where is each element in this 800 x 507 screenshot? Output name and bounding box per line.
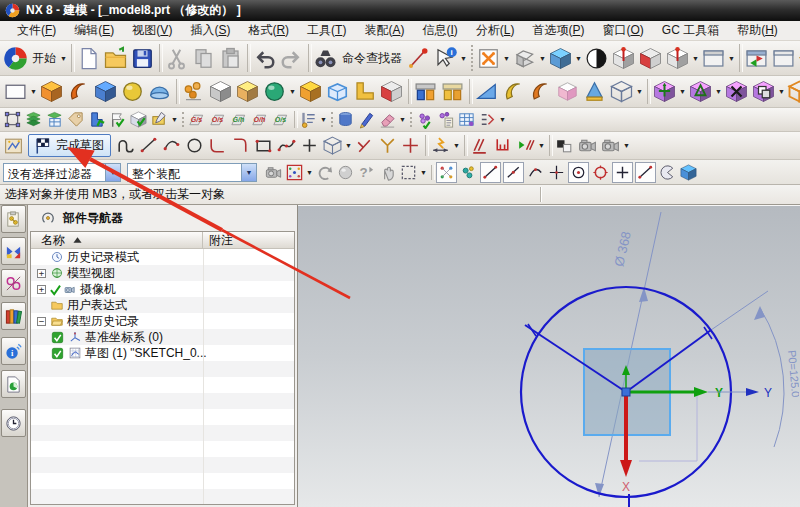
expression-clip-button[interactable] [436, 110, 455, 129]
dropdown-caret-icon[interactable]: ▼ [727, 55, 736, 62]
camera-1-button[interactable] [577, 135, 598, 156]
tree-item-label[interactable]: 历史记录模式 [67, 249, 139, 266]
sew-button[interactable] [379, 79, 404, 104]
snap-point-toggle[interactable] [436, 162, 457, 183]
clip-section-button[interactable] [665, 46, 690, 71]
sketch-task-icon[interactable] [3, 135, 24, 156]
chamfer-button[interactable] [528, 79, 553, 104]
menu-preferences[interactable]: 首选项(P) [523, 20, 593, 42]
shaded-view-button[interactable] [548, 46, 573, 71]
graphics-viewport[interactable]: Ø 368 P0=125.0 [298, 205, 800, 507]
make-corner-button[interactable] [400, 135, 421, 156]
datum-csys-button[interactable] [262, 79, 287, 104]
selection-info-icon[interactable]: i [433, 46, 458, 71]
tree-item-label[interactable]: 草图 (1) "SKETCH_0... [85, 345, 207, 362]
window-layout-button[interactable] [771, 46, 796, 71]
snap-pole-toggle[interactable] [658, 163, 677, 182]
lasso-button[interactable] [399, 163, 418, 182]
selection-filter-dropdown[interactable]: 没有选择过滤器 ▼ [3, 163, 121, 182]
layer-category-button[interactable] [45, 110, 64, 129]
dropdown-caret-icon[interactable]: ▼ [288, 88, 297, 95]
menu-insert[interactable]: 插入(S) [181, 20, 239, 42]
selection-filter-arrow-icon[interactable]: ▼ [105, 164, 120, 181]
corner-tool-button[interactable] [230, 135, 251, 156]
camera-2-button[interactable] [600, 135, 621, 156]
examine-geometry-button[interactable] [108, 110, 127, 129]
tree-item-model-history[interactable]: −模型历史记录 [31, 313, 294, 329]
tree-item-label[interactable]: 摄像机 [80, 281, 116, 298]
part-navigator-tab[interactable] [1, 269, 26, 297]
shell-button[interactable] [555, 79, 580, 104]
snapshot-icon[interactable] [264, 163, 283, 182]
menu-gc-toolbox[interactable]: GC 工具箱 [653, 20, 728, 42]
thread-button[interactable] [582, 79, 607, 104]
finish-sketch-button[interactable]: 完成草图 [28, 134, 111, 157]
snap-endpoint-toggle[interactable] [480, 162, 501, 183]
undo-button[interactable] [252, 46, 277, 71]
spline-tool-button[interactable] [276, 135, 297, 156]
command-finder-icon[interactable] [313, 46, 338, 71]
dropdown-caret-icon[interactable]: ▼ [170, 116, 179, 123]
solid-snap-button[interactable] [679, 163, 698, 182]
menu-file[interactable]: 文件(F) [8, 20, 65, 42]
menu-analysis[interactable]: 分析(L) [467, 20, 524, 42]
dropdown-caret-icon[interactable]: ▼ [538, 55, 547, 62]
menu-edit[interactable]: 编辑(E) [65, 20, 123, 42]
quick-dimension-button[interactable] [430, 135, 451, 156]
open-file-button[interactable] [103, 46, 128, 71]
show-constraints-button[interactable] [554, 135, 575, 156]
menu-assembly[interactable]: 装配(A) [355, 20, 413, 42]
sketch-line-tool-icon[interactable] [406, 46, 431, 71]
web-browser-tab[interactable] [1, 370, 26, 398]
dropdown-caret-icon[interactable]: ▼ [635, 88, 644, 95]
column-note[interactable]: 附注 [203, 232, 294, 248]
tree-item-model-views[interactable]: +模型视图 [31, 265, 294, 281]
dropdown-caret-icon[interactable]: ▼ [777, 88, 786, 95]
face-display-button[interactable] [512, 46, 537, 71]
delete-body-button[interactable] [724, 79, 749, 104]
revolve-button[interactable] [66, 79, 91, 104]
snap-enable-toggle[interactable] [459, 163, 478, 182]
window-style-button[interactable] [701, 46, 726, 71]
datum-axis-button[interactable] [235, 79, 260, 104]
tree-item-cameras[interactable]: +摄像机 [31, 281, 294, 297]
trim-body-button[interactable] [413, 79, 438, 104]
window-cascade-button[interactable] [744, 46, 769, 71]
datum-plane-button[interactable] [208, 79, 233, 104]
dropdown-caret-icon[interactable]: ▼ [622, 142, 631, 149]
cut-button[interactable] [164, 46, 189, 71]
diameter-label[interactable]: Ø 368 [611, 230, 634, 268]
blend-button[interactable] [501, 79, 526, 104]
material-button[interactable] [336, 110, 355, 129]
menu-view[interactable]: 视图(V) [123, 20, 181, 42]
schematic-button[interactable] [478, 110, 497, 129]
erase-button[interactable] [378, 110, 397, 129]
geometric-constraints-button[interactable] [469, 135, 490, 156]
dropdown-caret-icon[interactable]: ▼ [305, 169, 314, 176]
boundary-button[interactable] [3, 110, 22, 129]
save-button[interactable] [130, 46, 155, 71]
frame-button[interactable] [787, 79, 800, 104]
pocket-button[interactable] [147, 79, 172, 104]
layer-settings-button[interactable] [24, 110, 43, 129]
measure-1-button[interactable]: G/s [187, 110, 206, 129]
snap-center-toggle[interactable] [568, 162, 589, 183]
sketch-plane-button[interactable] [3, 79, 28, 104]
tree-item-label[interactable]: 模型历史记录 [67, 313, 139, 330]
snap-curve-toggle[interactable] [526, 163, 545, 182]
dropdown-caret-icon[interactable]: ▼ [714, 88, 723, 95]
auto-constrain-button[interactable] [515, 135, 536, 156]
scope-dropdown[interactable]: 整个装配 ▼ [127, 163, 257, 182]
constraint-navigator-tab[interactable] [1, 237, 26, 265]
split-body-button[interactable] [440, 79, 465, 104]
assembly-navigator-tab[interactable] [1, 205, 26, 233]
list-pin-button[interactable] [299, 110, 318, 129]
checkbox-checked-icon[interactable] [51, 347, 64, 360]
copy-face-button[interactable] [751, 79, 776, 104]
hole-button[interactable] [93, 79, 118, 104]
tree-item-sketch[interactable]: 草图 (1) "SKETCH_0... [31, 345, 294, 361]
dropdown-caret-icon[interactable]: ▼ [398, 116, 407, 123]
angle-dimension-arc[interactable] [760, 308, 784, 447]
arc-tool-button[interactable] [161, 135, 182, 156]
measure-2-button[interactable]: O/s [208, 110, 227, 129]
